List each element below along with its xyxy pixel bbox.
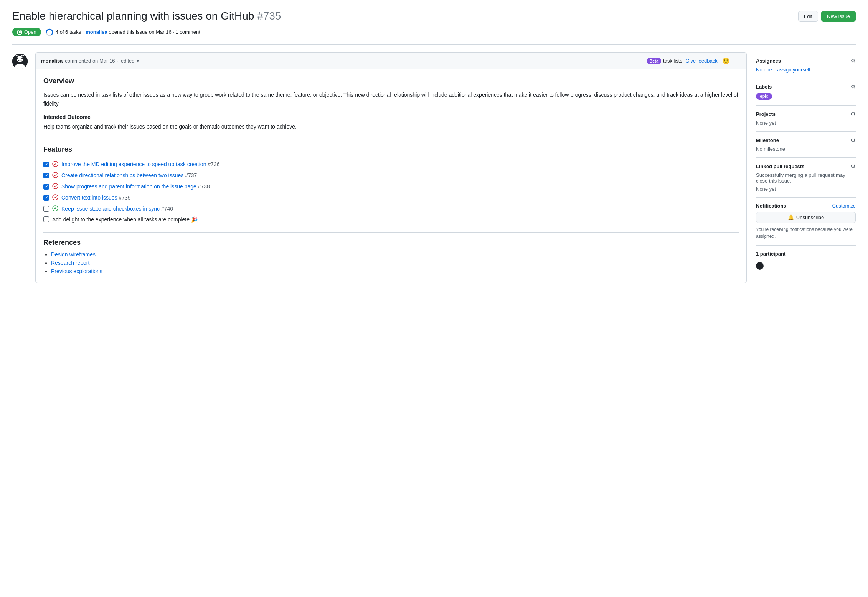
sidebar-milestone: Milestone ⚙ No milestone xyxy=(756,132,856,158)
task-item: Convert text into issues #739 xyxy=(43,192,739,203)
edit-button[interactable]: Edit xyxy=(798,11,818,22)
svg-point-6 xyxy=(21,58,23,59)
customize-link[interactable]: Customize xyxy=(832,203,856,209)
projects-value: None yet xyxy=(756,120,856,126)
issue-number: #735 xyxy=(257,10,281,22)
bell-icon: 🔔 xyxy=(788,214,794,220)
feedback-link[interactable]: Give feedback xyxy=(686,58,718,64)
labels-label: Labels xyxy=(756,84,772,90)
open-issue-icon xyxy=(52,205,58,213)
task-checkbox[interactable] xyxy=(43,173,49,178)
reference-item: Previous explorations xyxy=(51,268,739,274)
closed-issue-icon xyxy=(52,183,58,190)
closed-issue-icon xyxy=(52,161,58,168)
new-issue-button[interactable]: New issue xyxy=(821,11,856,22)
beta-tag: Beta xyxy=(647,58,661,64)
task-checkbox[interactable] xyxy=(43,184,49,190)
comment-count: 1 comment xyxy=(175,29,200,35)
comment-outer: monalisa commented on Mar 16 · edited ▾ … xyxy=(12,52,747,283)
task-checkbox[interactable] xyxy=(43,195,49,201)
issue-action: opened this issue on Mar 16 xyxy=(109,29,171,35)
svg-point-5 xyxy=(17,58,18,59)
author-link[interactable]: monalisa xyxy=(86,29,107,35)
task-list: Improve the MD editing experience to spe… xyxy=(43,159,739,224)
status-badge: Open xyxy=(12,28,41,36)
task-checkbox[interactable] xyxy=(43,216,49,222)
milestone-gear-icon[interactable]: ⚙ xyxy=(851,137,856,143)
reference-link[interactable]: Research report xyxy=(51,260,89,266)
participants-avatars xyxy=(756,260,856,271)
notifications-row: Notifications Customize xyxy=(756,203,856,209)
references-title: References xyxy=(43,232,739,247)
task-checkbox[interactable] xyxy=(43,162,49,167)
emoji-reaction-button[interactable]: 🙂 xyxy=(721,56,731,65)
label-epic-badge[interactable]: epic xyxy=(756,93,772,100)
open-dot-icon xyxy=(17,30,22,35)
reference-link[interactable]: Design wireframes xyxy=(51,251,96,257)
task-link[interactable]: Keep issue state and checkboxes in sync xyxy=(61,206,160,212)
assignees-value[interactable]: No one—assign yourself xyxy=(756,67,856,73)
svg-point-12 xyxy=(54,207,56,209)
overview-title: Overview xyxy=(43,77,739,85)
edited-label: · xyxy=(117,58,119,64)
task-item: Add delight to the experience when all t… xyxy=(43,214,739,224)
references-section: References Design wireframesResearch rep… xyxy=(43,232,739,274)
sidebar-assignees: Assignees ⚙ No one—assign yourself xyxy=(756,52,856,78)
labels-value: epic xyxy=(756,93,856,100)
task-link[interactable]: Show progress and parent information on … xyxy=(61,183,196,190)
comment-header: monalisa commented on Mar 16 · edited ▾ … xyxy=(36,53,746,69)
task-number: #737 xyxy=(183,172,197,178)
reference-link[interactable]: Previous explorations xyxy=(51,268,102,274)
task-link[interactable]: Create directional relationships between… xyxy=(61,172,183,178)
issue-title-text: Enable hierarchical planning with issues… xyxy=(12,10,254,22)
participant-avatar[interactable] xyxy=(756,262,764,270)
task-number: #740 xyxy=(160,206,173,212)
sidebar: Assignees ⚙ No one—assign yourself Label… xyxy=(756,52,856,276)
comment-body: Overview Issues can be nested in task li… xyxy=(36,69,746,282)
header-divider xyxy=(12,44,856,45)
linked-prs-note: Successfully merging a pull request may … xyxy=(756,172,856,184)
open-issue-icon xyxy=(52,205,58,211)
tasks-progress-badge[interactable]: 4 of 6 tasks xyxy=(46,28,81,36)
task-checkbox[interactable] xyxy=(43,206,49,212)
avatar-col xyxy=(12,52,31,69)
closed-issue-icon xyxy=(52,161,58,167)
reference-item: Design wireframes xyxy=(51,251,739,257)
edited-dropdown-icon[interactable]: ▾ xyxy=(137,58,139,64)
task-number: #738 xyxy=(196,183,210,190)
task-link[interactable]: Improve the MD editing experience to spe… xyxy=(61,161,206,167)
sidebar-projects: Projects ⚙ None yet xyxy=(756,106,856,132)
references-list: Design wireframesResearch reportPrevious… xyxy=(43,251,739,274)
closed-issue-icon xyxy=(52,172,58,179)
tasklists-label: task lists! xyxy=(663,58,683,64)
comment-author[interactable]: monalisa xyxy=(41,58,63,64)
closed-issue-icon xyxy=(52,194,58,201)
milestone-header: Milestone ⚙ xyxy=(756,137,856,143)
status-label: Open xyxy=(24,29,36,35)
more-options-button[interactable]: ··· xyxy=(734,57,741,65)
overview-body: Issues can be nested in task lists of ot… xyxy=(43,91,739,108)
projects-gear-icon[interactable]: ⚙ xyxy=(851,111,856,117)
projects-header: Projects ⚙ xyxy=(756,111,856,117)
sidebar-participants: 1 participant xyxy=(756,246,856,276)
unsubscribe-button[interactable]: 🔔 Unsubscribe xyxy=(756,212,856,223)
assignees-link[interactable]: No one—assign yourself xyxy=(756,67,810,73)
closed-issue-icon xyxy=(52,194,58,200)
comment-header-right: Beta task lists! Give feedback 🙂 ··· xyxy=(647,56,741,65)
reference-item: Research report xyxy=(51,260,739,266)
task-link[interactable]: Convert text into issues xyxy=(61,195,117,201)
sidebar-notifications: Notifications Customize 🔔 Unsubscribe Yo… xyxy=(756,198,856,246)
milestone-label: Milestone xyxy=(756,137,779,143)
assignees-gear-icon[interactable]: ⚙ xyxy=(851,58,856,64)
progress-ring-icon xyxy=(46,28,53,36)
linked-prs-label: Linked pull requests xyxy=(756,163,804,169)
avatar xyxy=(12,54,28,69)
notifications-label: Notifications xyxy=(756,203,786,209)
unsubscribe-label: Unsubscribe xyxy=(796,214,824,220)
labels-gear-icon[interactable]: ⚙ xyxy=(851,84,856,90)
linked-prs-gear-icon[interactable]: ⚙ xyxy=(851,163,856,169)
task-text: Add delight to the experience when all t… xyxy=(52,216,198,223)
labels-header: Labels ⚙ xyxy=(756,84,856,90)
linked-prs-value: None yet xyxy=(756,186,856,192)
issue-title: Enable hierarchical planning with issues… xyxy=(12,9,798,23)
